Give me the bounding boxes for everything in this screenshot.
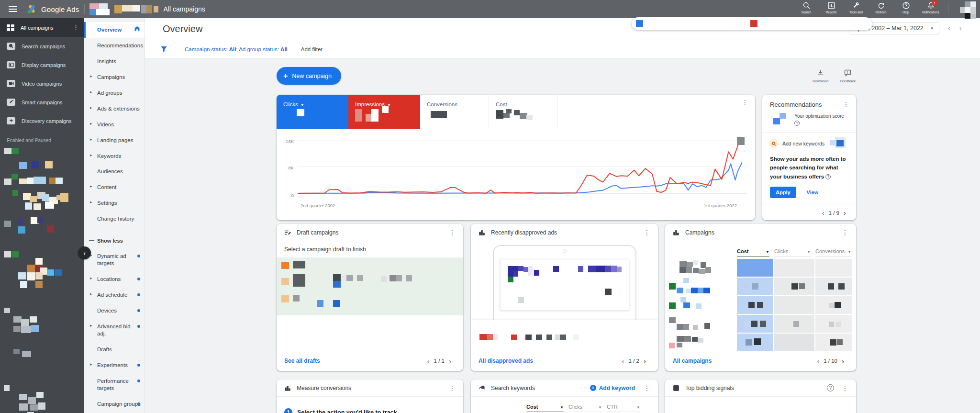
nav-item-ad-schedule[interactable]: ▸ — Ad schedule (84, 287, 145, 303)
nav-item-label: Recommendations (97, 43, 143, 48)
bidding-card-menu[interactable]: ⋮ (840, 384, 850, 392)
help-icon[interactable]: ? (827, 384, 834, 391)
nav-item-experiments[interactable]: ▸ — Experiments (84, 357, 145, 373)
search-button[interactable]: Search (794, 1, 819, 14)
add-keyword-button[interactable]: +Add keyword (590, 385, 635, 391)
redacted-pixel-block (60, 193, 68, 202)
ctr-column-dropdown[interactable]: CTR▼ (607, 404, 640, 412)
download-button[interactable]: Download (813, 69, 828, 83)
nav-item-audiences[interactable]: ▸ — Audiences (84, 164, 145, 179)
sidebar-item-display-campaigns[interactable]: Display campaigns (0, 56, 84, 74)
campaign-row[interactable] (665, 296, 856, 314)
chart-card-menu[interactable]: ⋮ (740, 99, 750, 106)
disapproved-card-title: Recently disapproved ads (491, 229, 557, 236)
pager-prev-icon[interactable]: ‹ (618, 357, 629, 365)
nav-item-videos[interactable]: ▸ — Videos (84, 117, 145, 133)
nav-item-performance-targets[interactable]: ▸ — Performance targets (84, 373, 145, 396)
nav-item-overview[interactable]: ▸ — Overview (84, 22, 145, 38)
campaign-row[interactable] (665, 258, 856, 277)
campaign-row[interactable] (665, 277, 856, 296)
avatar[interactable] (960, 1, 976, 19)
draft-card-menu[interactable]: ⋮ (447, 229, 457, 236)
help-icon[interactable]: ? (794, 121, 800, 126)
pager-next-icon[interactable]: › (839, 209, 850, 217)
measure-card-menu[interactable]: ⋮ (447, 384, 457, 392)
menu-icon[interactable] (9, 6, 17, 12)
sidebar-item-search-campaigns[interactable]: Search campaigns (0, 37, 84, 56)
redacted-pixel-block (555, 335, 560, 340)
pager-prev-icon[interactable]: ‹ (423, 357, 434, 365)
nav-item-advanced-bid-adj-[interactable]: ▸ — Advanced bid adj. (84, 319, 145, 342)
nav-item-change-history[interactable]: ▸ — Change history (84, 211, 145, 227)
nav-item-drafts[interactable]: ▸ — Drafts (84, 342, 145, 357)
nav-item-dynamic-ad-targets[interactable]: ▸ — Dynamic ad targets (84, 248, 145, 271)
nav-item-landing-pages[interactable]: ▸ — Landing pages (84, 133, 145, 148)
nav-item-content[interactable]: ▸ — Content (84, 179, 145, 195)
disapproved-card-menu[interactable]: ⋮ (642, 229, 652, 236)
apply-button[interactable]: Apply (770, 187, 796, 198)
add-filter-button[interactable]: Add filter (301, 46, 323, 52)
discovery-campaigns-icon (7, 117, 15, 124)
nav-item-ads-extensions[interactable]: ▸ — Ads & extensions (84, 101, 145, 117)
nav-item-insights[interactable]: ▸ — Insights (84, 54, 145, 69)
nav-item-recommendations[interactable]: ▸ — Recommendations (84, 38, 145, 54)
campaign-row[interactable] (665, 314, 856, 333)
pager-next-icon[interactable]: › (445, 357, 456, 365)
nav-item-ad-groups[interactable]: ▸ — Ad groups (84, 85, 145, 101)
see-all-drafts-link[interactable]: See all drafts (284, 357, 320, 364)
clicks-column-dropdown[interactable]: Clicks▼ (774, 248, 811, 257)
cost-column-dropdown[interactable]: Cost▼ (526, 404, 564, 412)
notifications-button[interactable]: ! Notifications (918, 1, 943, 14)
redacted-pixel-block (617, 267, 622, 272)
recommendations-menu[interactable]: ⋮ (841, 100, 851, 108)
redacted-pixel-block (11, 251, 19, 257)
keywords-card-menu[interactable]: ⋮ (642, 384, 652, 392)
metric-tab-clicks[interactable]: Clicks▼ (277, 95, 348, 129)
cost-column-dropdown[interactable]: Cost▼ (737, 248, 769, 257)
metric-tab-impressions[interactable]: Impressions▼ (348, 95, 420, 129)
pager-next-icon[interactable]: › (837, 357, 848, 365)
help-icon[interactable]: ? (825, 174, 831, 179)
campaign-row[interactable] (665, 333, 856, 352)
sidebar-item-smart-campaigns[interactable]: Smart campaigns (0, 93, 84, 112)
help-button[interactable]: Help (893, 1, 918, 14)
all-campaigns-link[interactable]: All campaigns (673, 357, 712, 364)
conversions-column-dropdown[interactable]: Conversions▼ (815, 248, 851, 257)
redacted-pixel-block (146, 5, 152, 13)
nav-item-locations[interactable]: ▸ — Locations (84, 271, 145, 287)
metric-tab-cost[interactable]: Cost (489, 95, 558, 129)
nav-item-devices[interactable]: ▸ — Devices (84, 303, 145, 319)
tools-button[interactable]: Tools and (844, 1, 869, 14)
collapse-nav-button[interactable]: ‹ (78, 246, 91, 259)
nav-item-campaigns[interactable]: ▸ — Campaigns (84, 69, 145, 85)
pager-next-icon[interactable]: › (639, 357, 650, 365)
draft-list-redacted[interactable] (277, 258, 463, 315)
pager-prev-icon[interactable]: ‹ (818, 209, 829, 217)
kebab-icon[interactable]: ⋮ (73, 24, 79, 31)
all-disapproved-ads-link[interactable]: All disapproved ads (479, 357, 533, 364)
clicks-column-dropdown[interactable]: Clicks▼ (568, 404, 602, 412)
new-campaign-button[interactable]: + New campaign (277, 67, 341, 85)
feedback-button[interactable]: Feedback (840, 69, 856, 83)
nav-item-keywords[interactable]: ▸ — Keywords (84, 148, 145, 164)
campaigns-card-menu[interactable]: ⋮ (840, 229, 850, 236)
campaign-list-redacted[interactable] (0, 145, 77, 413)
account-name-redacted[interactable] (89, 2, 147, 16)
sidebar-item-all-campaigns[interactable]: All campaigns ⋮ (0, 18, 84, 37)
nav-item-campaign-groups[interactable]: ▸ — Campaign groups (84, 396, 145, 412)
reports-button[interactable]: Reports (819, 1, 844, 14)
pager-prev-icon[interactable]: ‹ (813, 357, 824, 365)
campaign-name-redacted (669, 278, 736, 295)
recommendation-item[interactable]: Add new keywords (762, 133, 856, 153)
metric-tab-conversions[interactable]: Conversions (420, 95, 489, 129)
view-link[interactable]: View (807, 190, 819, 195)
next-period-button[interactable]: › (959, 23, 962, 33)
prev-period-button[interactable]: ‹ (948, 23, 951, 33)
sidebar-section-label: Enabled and Paused (0, 130, 84, 145)
nav-item-settings[interactable]: ▸ — Settings (84, 195, 145, 211)
sidebar-item-discovery-campaigns[interactable]: Discovery campaigns (0, 112, 84, 130)
refresh-button[interactable]: Refresh (869, 1, 893, 14)
nav-item-show-less[interactable]: ▸ — Show less (84, 233, 145, 248)
sidebar-item-video-campaigns[interactable]: Video campaigns (0, 74, 84, 93)
filter-summary[interactable]: Campaign status: All; Ad group status: A… (185, 46, 288, 52)
